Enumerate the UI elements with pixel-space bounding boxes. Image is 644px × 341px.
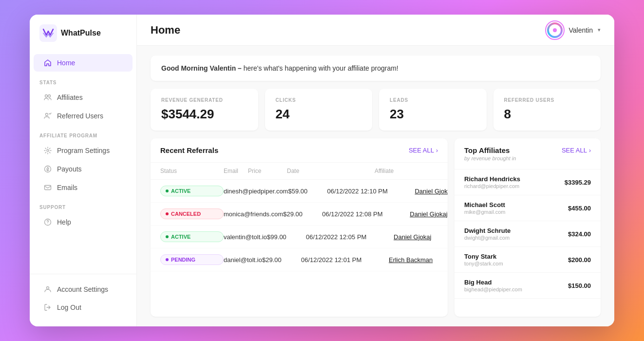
affiliate-info: Richard Hendricks richard@piedpiper.com [464, 175, 565, 189]
sidebar-item-help[interactable]: Help [34, 213, 133, 231]
table-row: ACTIVE valentin@tolt.io $99.00 06/12/202… [151, 226, 448, 248]
stat-card-clicks: Clicks 24 [265, 89, 373, 131]
help-icon [43, 218, 52, 227]
col-price: Price [248, 168, 287, 174]
stats-row: Revenue Generated $3544.29 Clicks 24 Lea… [151, 89, 601, 131]
referrals-title: Recent Referrals [160, 146, 218, 154]
sidebar-item-emails[interactable]: Emails [34, 179, 133, 196]
user-avatar-inner [549, 24, 561, 36]
affiliate-info: Dwight Schrute dwight@gmail.com [464, 227, 568, 241]
affiliate-list-item: Tony Stark tony@stark.com $200.00 [455, 247, 601, 273]
sidebar-item-program-settings[interactable]: Program Settings [34, 142, 133, 159]
row-affiliate[interactable]: Daniel Gjokaj [415, 188, 448, 195]
welcome-banner: Good Morning Valentin – here's what's ha… [151, 56, 601, 81]
account-settings-icon [43, 285, 52, 294]
stat-card-referred: Referred Users 8 [493, 89, 601, 131]
stat-value-clicks: 24 [276, 107, 362, 122]
referrals-see-all[interactable]: SEE ALL › [409, 147, 438, 154]
stat-card-revenue: Revenue Generated $3544.29 [151, 89, 258, 131]
affiliate-info: Tony Stark tony@stark.com [464, 253, 568, 266]
status-dot [166, 258, 169, 261]
sidebar-item-home[interactable]: Home [34, 54, 133, 72]
top-bar: Home Valentin ▾ [137, 15, 614, 46]
col-date: Date [287, 168, 375, 174]
row-date: 06/12/2022 12:05 PM [306, 233, 394, 241]
sidebar-item-referred-users[interactable]: Referred Users [34, 107, 133, 125]
sidebar-item-program-settings-label: Program Settings [57, 147, 110, 154]
row-date: 06/12/2022 12:10 PM [327, 188, 415, 195]
stat-value-referred: 8 [504, 107, 590, 122]
svg-point-4 [47, 150, 49, 152]
user-avatar [546, 21, 564, 39]
row-price: $29.00 [283, 210, 322, 218]
affiliate-email: richard@piedpiper.com [464, 183, 565, 189]
chevron-right-icon: › [436, 147, 438, 154]
app-container: WhatPulse Home Stats Affiliates [30, 15, 614, 326]
sidebar-item-affiliates[interactable]: Affiliates [34, 89, 133, 106]
sidebar-bottom: Account Settings Log Out [30, 274, 136, 317]
referrals-header: Recent Referrals SEE ALL › [151, 138, 448, 163]
user-avatar-dot [553, 28, 557, 32]
row-affiliate[interactable]: Erlich Backman [389, 256, 448, 264]
row-price: $99.00 [267, 233, 306, 241]
affiliate-name: Big Head [464, 279, 568, 286]
sidebar-item-payouts-label: Payouts [57, 165, 82, 173]
home-icon [43, 58, 52, 67]
affiliate-name: Michael Scott [464, 201, 568, 208]
stat-label-clicks: Clicks [276, 97, 362, 103]
row-affiliate[interactable]: Daniel Gjokaj [394, 233, 448, 241]
affiliates-see-all[interactable]: SEE ALL › [562, 147, 591, 154]
svg-point-9 [47, 287, 49, 289]
affiliate-email: mike@gmail.com [464, 209, 568, 215]
bottom-row: Recent Referrals SEE ALL › Status Email … [151, 138, 601, 317]
log-out-icon [43, 303, 52, 312]
status-badge: ACTIVE [160, 186, 224, 196]
affiliates-header-row: Top Affiliates SEE ALL › [464, 146, 591, 154]
col-status: Status [160, 168, 224, 174]
logo-area: WhatPulse [30, 24, 136, 54]
sidebar-item-payouts[interactable]: Payouts [34, 160, 133, 178]
stat-label-revenue: Revenue Generated [161, 97, 247, 103]
sidebar-item-log-out-label: Log Out [57, 303, 81, 311]
main-content: Home Valentin ▾ Good Morning Valentin – … [137, 15, 614, 326]
table-header: Status Email Price Date Affiliate [151, 163, 448, 180]
affiliate-email: tony@stark.com [464, 261, 568, 266]
chevron-down-icon: ▾ [598, 27, 601, 33]
row-price: $29.00 [262, 256, 301, 264]
logo-text: WhatPulse [61, 29, 101, 38]
status-badge: PENDING [160, 254, 224, 265]
affiliate-amount: $455.00 [568, 205, 591, 212]
emails-icon [43, 183, 52, 192]
row-date: 06/12/2022 12:01 PM [301, 256, 389, 264]
table-row: ACTIVE dinesh@piedpiper.com $59.00 06/12… [151, 180, 448, 203]
affiliates-header: Top Affiliates SEE ALL › by revenue brou… [455, 138, 601, 170]
sidebar-item-account-settings[interactable]: Account Settings [34, 281, 133, 298]
row-affiliate[interactable]: Daniel Gjokaj [410, 210, 448, 218]
affiliates-panel: Top Affiliates SEE ALL › by revenue brou… [455, 138, 601, 317]
affiliate-list-item: Richard Hendricks richard@piedpiper.com … [455, 170, 601, 195]
program-settings-icon [43, 146, 52, 155]
sidebar-item-home-label: Home [57, 59, 75, 67]
svg-point-1 [45, 95, 48, 97]
affiliate-info: Michael Scott mike@gmail.com [464, 201, 568, 215]
affiliate-name: Tony Stark [464, 253, 568, 260]
sidebar-item-log-out[interactable]: Log Out [34, 299, 133, 316]
svg-rect-0 [39, 24, 57, 42]
row-email: dinesh@piedpiper.com [224, 188, 288, 195]
svg-point-2 [48, 95, 51, 97]
affiliates-icon [43, 93, 52, 102]
sidebar-item-help-label: Help [57, 218, 71, 226]
affiliate-amount: $200.00 [568, 256, 591, 264]
affiliate-name: Richard Hendricks [464, 175, 565, 183]
stat-label-referred: Referred Users [504, 97, 590, 103]
stat-label-leads: Leads [390, 97, 476, 103]
logo-icon [39, 24, 57, 42]
table-row: PENDING daniel@tolt.io $29.00 06/12/2022… [151, 248, 448, 271]
affiliate-list-item: Big Head bighead@piedpiper.com $150.00 [455, 273, 601, 299]
affiliate-amount: $324.00 [568, 230, 591, 238]
status-dot [166, 235, 169, 238]
user-badge[interactable]: Valentin ▾ [546, 21, 601, 39]
affiliate-info: Big Head bighead@piedpiper.com [464, 279, 568, 292]
sidebar-item-affiliates-label: Affiliates [57, 94, 83, 101]
affiliates-subtitle: by revenue brought in [464, 155, 516, 161]
